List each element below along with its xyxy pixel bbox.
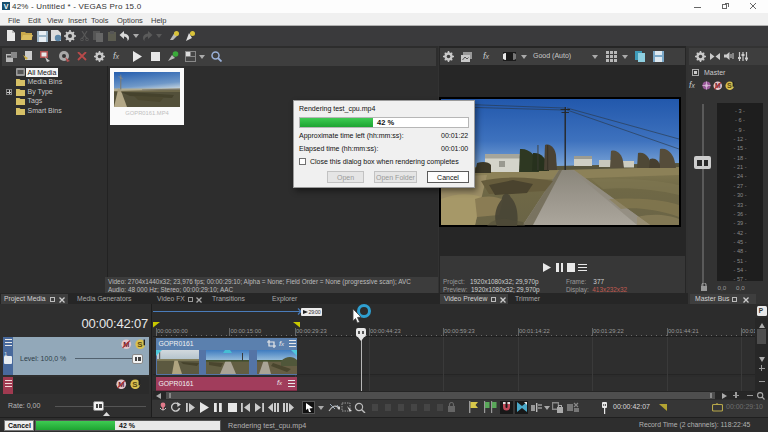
svg-text:S: S — [137, 340, 142, 349]
svg-text:S: S — [132, 380, 137, 389]
svg-text:S: S — [727, 82, 732, 90]
